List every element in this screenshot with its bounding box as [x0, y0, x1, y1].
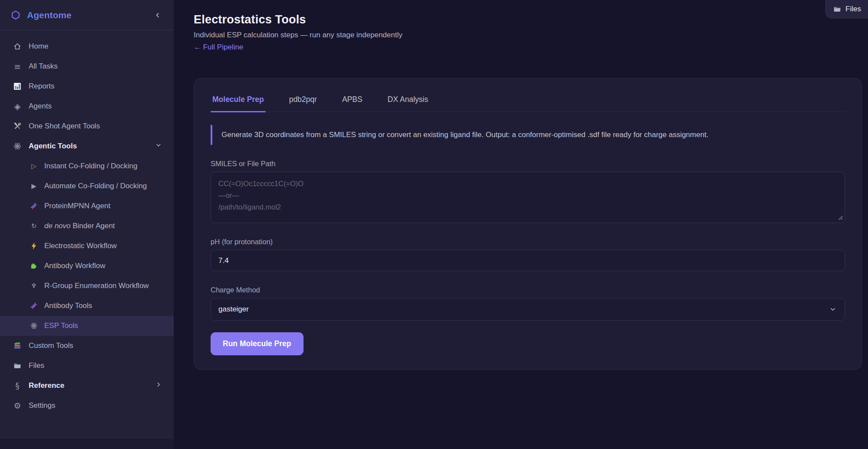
sidebar-item-label: Agents: [29, 102, 52, 111]
sidebar-item-label: Agentic Tools: [29, 142, 77, 151]
tab-dx-analysis[interactable]: DX Analysis: [386, 95, 430, 111]
sidebar-item-instant-co-folding-docking[interactable]: ▷ Instant Co-Folding / Docking: [0, 156, 174, 176]
list-icon: ≡: [12, 61, 23, 72]
lightning-icon: [30, 242, 38, 250]
dna-icon: [30, 302, 38, 310]
sidebar-item-label: Automate Co-Folding / Docking: [44, 182, 147, 190]
files-shortcut-button[interactable]: Files: [825, 0, 868, 18]
books-icon: [12, 341, 23, 351]
sidebar-item-automate-co-folding-docking[interactable]: ▶ Automate Co-Folding / Docking: [0, 176, 174, 196]
sidebar-item-label: R-Group Enumeration Workflow: [44, 282, 149, 290]
sidebar-item-de-novo-binder-agent[interactable]: ↻ de novo Binder Agent: [0, 216, 174, 236]
sidebar-item-label: Antibody Workflow: [44, 262, 105, 270]
page-header: Electrostatics Tools Individual ESP calc…: [194, 13, 403, 52]
sidebar-item-r-group-enumeration-workflow[interactable]: ♆ R-Group Enumeration Workflow: [0, 276, 174, 296]
sidebar-item-reference[interactable]: § Reference: [0, 376, 174, 396]
sidebar-item-label: Home: [29, 42, 48, 51]
tab-bar: Molecule Prep pdb2pqr APBS DX Analysis: [211, 95, 845, 112]
smiles-field-label: SMILES or File Path: [211, 160, 845, 168]
ph-field-label: pH (for protonation): [211, 238, 845, 246]
sidebar-item-label: de novo Binder Agent: [44, 222, 115, 230]
page-title: Electrostatics Tools: [194, 13, 403, 26]
tab-pdb2pqr[interactable]: pdb2pqr: [287, 95, 319, 111]
atom-icon: [12, 141, 23, 151]
sidebar-item-one-shot-agent-tools[interactable]: One Shot Agent Tools: [0, 116, 174, 136]
sidebar-item-home[interactable]: Home: [0, 36, 174, 56]
esp-tools-card: Molecule Prep pdb2pqr APBS DX Analysis G…: [194, 78, 862, 370]
chevron-down-icon: [155, 141, 162, 151]
sidebar-item-label: Custom Tools: [29, 341, 73, 350]
triangle-filled-icon: ▶: [30, 182, 38, 190]
sidebar-item-files[interactable]: Files: [0, 356, 174, 376]
sidebar-item-custom-tools[interactable]: Custom Tools: [0, 336, 174, 356]
puzzle-icon: [30, 262, 38, 270]
charge-method-label: Charge Method: [211, 286, 845, 294]
sidebar-item-settings[interactable]: ⚙ Settings: [0, 396, 174, 416]
diamond-icon: ◈: [12, 101, 23, 111]
run-molecule-prep-button[interactable]: Run Molecule Prep: [211, 332, 304, 355]
charge-method-value: gasteiger: [218, 305, 249, 314]
sidebar-item-label: Instant Co-Folding / Docking: [44, 162, 138, 170]
trident-icon: ♆: [30, 282, 38, 290]
app-title: Agentome: [27, 10, 72, 20]
charge-method-select[interactable]: gasteiger: [211, 298, 845, 321]
gear-icon: ⚙: [12, 400, 23, 411]
page-subtitle: Individual ESP calculation steps — run a…: [194, 31, 403, 39]
sidebar-item-all-tasks[interactable]: ≡ All Tasks: [0, 56, 174, 76]
folder-icon: [12, 361, 23, 371]
sidebar-footer: [0, 438, 174, 449]
sidebar-item-label: Antibody Tools: [44, 302, 92, 310]
chevron-right-icon: [155, 381, 162, 391]
sidebar-item-reports[interactable]: Reports: [0, 76, 174, 96]
sidebar-item-antibody-workflow[interactable]: Antibody Workflow: [0, 256, 174, 276]
sidebar-item-agents[interactable]: ◈ Agents: [0, 96, 174, 116]
chevron-left-icon: [154, 11, 162, 19]
sidebar-item-esp-tools[interactable]: ESP Tools: [0, 316, 174, 336]
sidebar-header: Agentome: [0, 0, 174, 30]
sidebar-item-label: ProteinMPNN Agent: [44, 202, 110, 210]
sidebar-item-label: One Shot Agent Tools: [29, 122, 100, 131]
atom-icon: [30, 321, 38, 330]
full-pipeline-link[interactable]: ← Full Pipeline: [194, 43, 243, 52]
hammer-wrench-icon: [12, 121, 23, 131]
chevron-down-icon: [829, 305, 837, 313]
section-icon: §: [12, 380, 23, 391]
tab-molecule-prep[interactable]: Molecule Prep: [211, 95, 266, 111]
sidebar-item-label: Reports: [29, 82, 55, 91]
dna-icon: [30, 202, 38, 210]
sidebar-item-antibody-tools[interactable]: Antibody Tools: [0, 296, 174, 316]
home-icon: [12, 41, 23, 52]
bar-chart-icon: [12, 81, 23, 92]
sidebar-item-proteinmpnn-agent[interactable]: ProteinMPNN Agent: [0, 196, 174, 216]
hexagon-logo-icon: [10, 10, 21, 20]
sidebar-item-label: Files: [29, 361, 44, 370]
stage-description-callout: Generate 3D coordinates from a SMILES st…: [211, 125, 845, 145]
sidebar-item-electrostatic-workflow[interactable]: Electrostatic Workflow: [0, 236, 174, 256]
tab-apbs[interactable]: APBS: [340, 95, 364, 111]
ph-input[interactable]: [211, 250, 845, 271]
triangle-outline-icon: ▷: [30, 162, 38, 170]
sidebar-item-label: Reference: [29, 381, 64, 390]
sidebar-item-label: Settings: [29, 401, 55, 410]
main-content: Files Electrostatics Tools Individual ES…: [174, 0, 868, 449]
folder-icon: [833, 5, 842, 13]
refresh-icon: ↻: [30, 222, 38, 230]
files-shortcut-label: Files: [845, 5, 861, 13]
sidebar-item-agentic-tools[interactable]: Agentic Tools: [0, 136, 174, 156]
sidebar-nav: Home ≡ All Tasks Reports ◈ Agents: [0, 30, 174, 416]
sidebar-item-label: Electrostatic Workflow: [44, 242, 117, 250]
sidebar-item-label: All Tasks: [29, 62, 58, 71]
smiles-input[interactable]: [211, 172, 845, 223]
sidebar-collapse-button[interactable]: [152, 10, 163, 21]
sidebar: Agentome Home ≡ All Tasks: [0, 0, 174, 449]
sidebar-item-label: ESP Tools: [44, 321, 78, 330]
